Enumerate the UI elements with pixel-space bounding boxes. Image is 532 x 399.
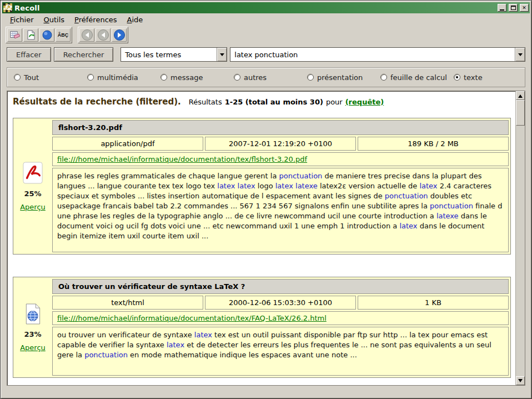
filter-label: autres <box>244 73 267 82</box>
app-icon <box>3 3 12 12</box>
abc-icon: ÂBÇ <box>58 32 69 38</box>
menu-fichier[interactable]: Fichier <box>6 14 38 25</box>
result-size: 1 KB <box>358 296 509 310</box>
filter-message[interactable]: message <box>160 73 234 82</box>
snippet-text: phrase les regles grammaticales de chaqu… <box>57 172 279 180</box>
scroll-down-button[interactable] <box>516 376 525 385</box>
search-mode-value[interactable]: Tous les termes <box>121 48 217 61</box>
result-date: 2000-12-06 15:03:30 +0100 <box>205 296 356 310</box>
html-file-icon <box>23 303 43 325</box>
result-main: flshort-3.20.pdfapplication/pdf2007-12-0… <box>52 120 509 252</box>
filter-texte[interactable]: texte <box>454 73 483 82</box>
result-left-panel: 23%Aperçu <box>15 279 51 376</box>
first-page-button[interactable] <box>79 28 94 42</box>
relevance-percent: 25% <box>24 189 41 198</box>
snippet-match-term: latex latex <box>217 182 255 190</box>
filter-label: Tout <box>24 73 39 82</box>
preview-link[interactable]: Aperçu <box>20 203 46 211</box>
preview-link[interactable]: Aperçu <box>20 343 46 352</box>
close-button[interactable]: ✕ <box>520 4 529 12</box>
menu-outils[interactable]: Outils <box>39 14 69 25</box>
clear-button[interactable]: Effacer <box>7 47 51 62</box>
snippet-text: ou trouver un verificateur de syntaxe <box>57 331 194 339</box>
close-icon: ✕ <box>522 6 526 11</box>
filter-presentation[interactable]: présentation <box>307 73 380 82</box>
scrollbar-thumb[interactable] <box>516 100 525 126</box>
search-query-combo[interactable]: latex ponctuation <box>230 47 525 62</box>
snippet-match-term: ponctuation <box>279 172 323 180</box>
result-left-panel: 25%Aperçu <box>15 120 51 252</box>
snippet-text: latex2ε version actuelle de <box>318 182 420 190</box>
maximize-button[interactable] <box>509 4 518 12</box>
menu-preferences[interactable]: Préférences <box>70 14 121 25</box>
result-main: Où trouver un vérificateur de syntaxe La… <box>52 279 509 376</box>
toolbar-nav-group <box>78 27 128 43</box>
result-url-link[interactable]: file:///home/michael/informatique/docume… <box>57 155 307 163</box>
term-explorer-button[interactable]: ÂBÇ <box>56 28 71 42</box>
result-url-link[interactable]: file:///home/michael/informatique/docume… <box>57 314 327 322</box>
blue-sphere-icon <box>42 29 53 41</box>
filter-label: texte <box>464 73 483 82</box>
query-link[interactable]: (requête) <box>345 98 384 106</box>
snippet-match-term: ponctuation <box>430 202 473 210</box>
radio-icon <box>87 74 94 81</box>
arrow-up-icon <box>518 92 523 98</box>
results-prefix: Résultats <box>189 98 222 106</box>
radio-icon <box>307 74 314 81</box>
results-summary: Résultats1-25 (total au moins 30)pour(re… <box>189 98 387 106</box>
prev-page-button[interactable] <box>96 28 111 42</box>
search-query-input[interactable]: latex ponctuation <box>230 48 515 61</box>
snippet-match-term: latex <box>167 341 184 349</box>
results-header: Résultats de la recherche (filtered).Rés… <box>9 94 513 114</box>
document-refresh-icon <box>26 29 37 41</box>
filter-feuille-de-calcul[interactable]: feuille de calcul <box>380 73 454 82</box>
relevance-percent: 23% <box>24 330 41 338</box>
left-arrow-circle-icon <box>97 29 109 41</box>
filter-multimedia[interactable]: multimédia <box>87 73 160 82</box>
left-arrow-circle-icon <box>81 29 93 41</box>
snippet-text: logo <box>255 182 275 190</box>
save-query-button[interactable] <box>39 28 54 42</box>
result-item: 23%AperçuOù trouver un vérificateur de s… <box>13 277 511 378</box>
result-meta-row: application/pdf2007-12-01 12:19:20 +0100… <box>52 137 509 151</box>
filter-autres[interactable]: autres <box>234 73 307 82</box>
pdf-file-icon <box>22 161 43 184</box>
next-page-button[interactable] <box>112 28 127 42</box>
result-mime: text/html <box>52 296 203 310</box>
clear-search-button[interactable] <box>7 28 22 42</box>
filter-label: présentation <box>317 73 363 82</box>
scroll-up-button[interactable] <box>516 91 525 100</box>
filter-tout[interactable]: Tout <box>14 73 87 82</box>
chevron-down-icon[interactable] <box>515 48 525 61</box>
search-button[interactable]: Rechercher <box>54 47 114 62</box>
radio-icon <box>160 74 167 81</box>
snippet-match-term: latex <box>419 182 437 190</box>
snippet-text: en mode mathematique indique les espaces… <box>128 351 357 359</box>
maximize-icon <box>511 6 516 10</box>
results-scrollbar[interactable] <box>515 91 525 385</box>
snippet-match-term: ponctuation <box>385 192 428 200</box>
result-title: Où trouver un vérificateur de syntaxe La… <box>52 279 509 294</box>
result-title: flshort-3.20.pdf <box>52 120 509 135</box>
update-index-button[interactable] <box>23 28 38 42</box>
results-pane: Résultats de la recherche (filtered).Rés… <box>7 91 525 386</box>
radio-icon <box>234 74 240 81</box>
clear-table-icon <box>9 29 21 41</box>
result-date: 2007-12-01 12:19:20 +0100 <box>205 137 356 151</box>
results-connector: pour <box>326 98 343 106</box>
filter-label: feuille de calcul <box>390 73 447 82</box>
menu-aide[interactable]: Aide <box>123 14 148 25</box>
snippet-match-term: ponctuation <box>84 351 128 359</box>
chevron-down-icon[interactable] <box>217 48 227 61</box>
window-title: Recoll <box>14 4 495 12</box>
titlebar[interactable]: Recoll ✕ <box>2 2 530 13</box>
right-arrow-circle-icon <box>113 29 126 41</box>
filter-label: message <box>170 73 203 82</box>
toolbar-main-group: ÂBÇ <box>6 27 72 43</box>
scrollbar-track[interactable] <box>516 126 525 376</box>
toolbar: ÂBÇ <box>2 26 530 44</box>
snippet-match-term: latex <box>399 222 417 230</box>
search-mode-select[interactable]: Tous les termes <box>121 47 227 62</box>
result-url-row: file:///home/michael/informatique/docume… <box>52 311 509 325</box>
minimize-button[interactable] <box>498 4 506 12</box>
